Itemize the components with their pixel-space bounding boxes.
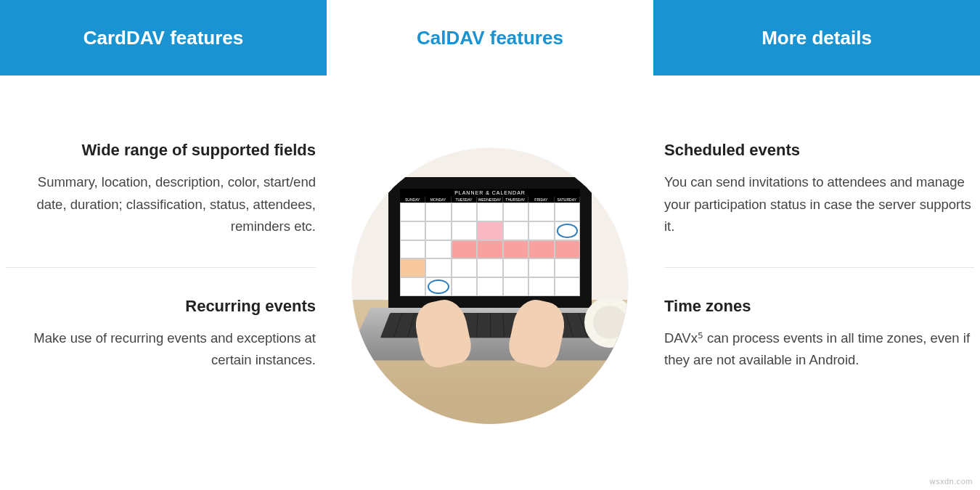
feature-title: Recurring events — [6, 297, 316, 316]
calendar-days-row: SUNDAY MONDAY TUESDAY WEDNESDAY THURSDAY… — [400, 197, 580, 203]
tab-caldav[interactable]: CalDAV features — [327, 0, 653, 75]
feature-body: DAVx⁵ can process events in all time zon… — [664, 327, 974, 372]
feature-supported-fields: Wide range of supported fields Summary, … — [6, 141, 316, 268]
hero-image: PLANNER & CALENDAR SUNDAY MONDAY TUESDAY… — [352, 148, 628, 424]
tab-more-details[interactable]: More details — [653, 0, 980, 75]
features-right-column: Scheduled events You can send invitation… — [664, 141, 974, 401]
watermark: wsxdn.com — [929, 477, 973, 486]
feature-scheduled-events: Scheduled events You can send invitation… — [664, 141, 974, 268]
tab-label: CalDAV features — [417, 27, 563, 49]
feature-body: Make use of recurring events and excepti… — [6, 327, 316, 372]
tab-label: More details — [761, 27, 872, 49]
tab-panel-caldav: Wide range of supported fields Summary, … — [0, 75, 980, 424]
feature-recurring-events: Recurring events Make use of recurring e… — [6, 297, 316, 401]
feature-title: Scheduled events — [664, 141, 974, 160]
feature-body: Summary, location, description, color, s… — [6, 171, 316, 238]
feature-time-zones: Time zones DAVx⁵ can process events in a… — [664, 297, 974, 401]
feature-title: Time zones — [664, 297, 974, 316]
tab-carddav[interactable]: CardDAV features — [0, 0, 327, 75]
feature-title: Wide range of supported fields — [6, 141, 316, 160]
features-left-column: Wide range of supported fields Summary, … — [6, 141, 316, 401]
feature-body: You can send invitations to attendees an… — [664, 171, 974, 238]
hero-image-container: PLANNER & CALENDAR SUNDAY MONDAY TUESDAY… — [345, 141, 635, 424]
tabs-bar: CardDAV features CalDAV features More de… — [0, 0, 980, 75]
calendar-title: PLANNER & CALENDAR — [400, 189, 580, 197]
tab-label: CardDAV features — [83, 27, 244, 49]
